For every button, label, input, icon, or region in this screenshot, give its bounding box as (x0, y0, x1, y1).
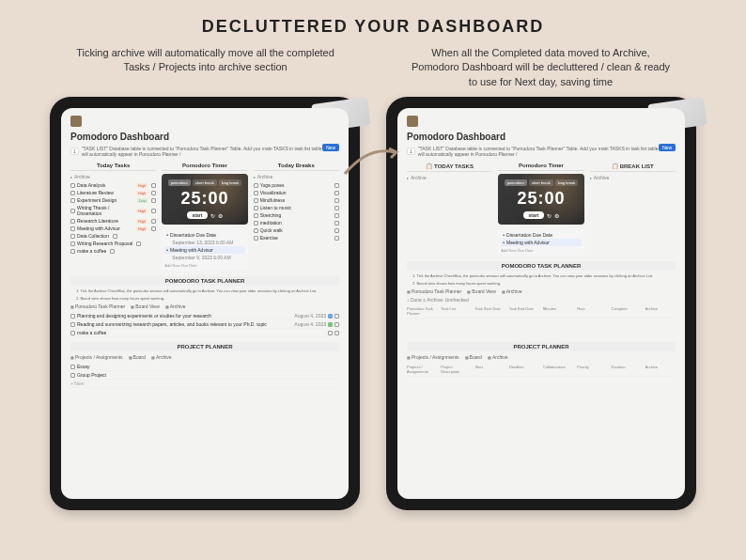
checkbox-icon[interactable] (70, 209, 75, 213)
timer-tab-short[interactable]: short break (529, 179, 553, 186)
checkbox-icon[interactable] (334, 236, 339, 241)
checkbox-icon[interactable] (334, 221, 339, 226)
break-item[interactable]: Yoga poses (254, 181, 339, 189)
checkbox-icon[interactable] (254, 198, 258, 203)
checkbox-icon[interactable] (254, 213, 258, 218)
planner-tab-main[interactable]: Pomodoro Task Planner (70, 303, 125, 309)
checkbox-icon[interactable] (70, 226, 75, 231)
checkbox-icon[interactable] (334, 191, 339, 195)
table-column-header[interactable]: Task List (441, 306, 471, 316)
planner-tab-board[interactable]: Board View (131, 303, 159, 309)
checkbox-icon[interactable] (151, 226, 156, 231)
due-item[interactable]: September 9, 2023 6:00 AM (164, 254, 244, 261)
break-item[interactable]: Visualization (254, 189, 339, 196)
planner-row[interactable]: Reading and summarizing research papers,… (70, 320, 339, 329)
timer-tab-short[interactable]: short break (193, 179, 217, 186)
table-column-header[interactable]: Archive (645, 365, 676, 374)
task-item[interactable]: Meeting with AdvisorHigh (70, 225, 156, 232)
project-tab-board[interactable]: Board (465, 354, 482, 360)
break-item[interactable]: Exercise (254, 234, 339, 241)
table-column-header[interactable]: Deadline (509, 365, 539, 374)
checkbox-icon[interactable] (110, 249, 115, 254)
archive-toggle[interactable]: Archive (407, 175, 492, 180)
planner-tab-main[interactable]: Pomodoro Task Planner (407, 288, 461, 294)
checkbox-icon[interactable] (70, 234, 75, 239)
table-column-header[interactable]: Start (475, 365, 505, 374)
checkbox-icon[interactable] (254, 236, 258, 241)
project-tab-archive[interactable]: Archive (151, 354, 172, 360)
checkbox-icon[interactable] (151, 198, 156, 203)
checkbox-icon[interactable] (70, 219, 75, 224)
checkbox-icon[interactable] (334, 213, 339, 218)
checkbox-icon[interactable] (70, 183, 75, 188)
break-item[interactable]: Quick walk (254, 226, 339, 234)
add-due-date[interactable]: Add New Due Date (501, 248, 581, 253)
settings-icon[interactable]: ⚙ (218, 212, 223, 219)
table-column-header[interactable]: Task Start Date (475, 306, 505, 316)
checkbox-icon[interactable] (70, 241, 75, 246)
archive-toggle[interactable]: Archive (254, 174, 339, 179)
timer-tab-pomodoro[interactable]: pomodoro (505, 179, 527, 186)
planner-tab-archive[interactable]: Archive (165, 303, 186, 309)
filter-label[interactable]: ↕ Done ≡ Archive: Unchecked (407, 297, 676, 303)
checkbox-icon[interactable] (113, 234, 117, 239)
task-item[interactable]: make a coffee (70, 247, 156, 255)
table-column-header[interactable]: Priority (577, 365, 607, 374)
project-row[interactable]: Group Project (70, 371, 339, 380)
task-item[interactable]: Experiment DesignLow (70, 196, 156, 204)
project-tab-main[interactable]: Projects / Assignments (70, 354, 123, 360)
checkbox-icon[interactable] (334, 183, 339, 188)
checkbox-icon[interactable] (334, 198, 339, 203)
table-column-header[interactable]: Minutes (543, 306, 573, 316)
checkbox-icon[interactable] (334, 206, 339, 210)
checkbox-icon[interactable] (70, 249, 75, 254)
new-button[interactable]: New (659, 144, 676, 151)
project-tab-main[interactable]: Projects / Assignments (407, 354, 459, 360)
archive-toggle[interactable]: Archive (70, 174, 156, 179)
table-column-header[interactable]: Project Description (441, 365, 471, 374)
checkbox-icon[interactable] (254, 206, 258, 210)
reset-icon[interactable]: ↻ (210, 212, 215, 219)
checkbox-icon[interactable] (70, 365, 75, 369)
break-item[interactable]: Listen to music (254, 204, 339, 211)
checkbox-icon[interactable] (334, 228, 339, 233)
task-item[interactable]: Research LiteratureHigh (70, 217, 156, 225)
planner-row[interactable]: Planning and designing experiments or st… (70, 312, 339, 320)
settings-icon[interactable]: ⚙ (554, 212, 559, 219)
start-button[interactable]: start (187, 211, 209, 219)
checkbox-icon[interactable] (70, 191, 75, 195)
planner-row[interactable]: make a coffee (70, 329, 339, 337)
task-item[interactable]: Literature ReviewHigh (70, 189, 156, 196)
new-row[interactable]: + New (70, 380, 339, 388)
checkbox-icon[interactable] (136, 241, 141, 246)
timer-tab-pomodoro[interactable]: pomodoro (168, 179, 191, 186)
timer-tab-long[interactable]: long break (555, 179, 579, 186)
checkbox-icon[interactable] (151, 219, 156, 224)
break-item[interactable]: meditation (254, 219, 339, 226)
project-tab-board[interactable]: Board (129, 354, 146, 360)
table-column-header[interactable]: Complete (612, 306, 642, 316)
task-item[interactable]: Writing Thesis / DissertationHigh (70, 204, 156, 217)
checkbox-icon[interactable] (70, 198, 75, 203)
checkbox-icon[interactable] (70, 373, 75, 378)
add-due-date[interactable]: Add New Due Date (164, 263, 244, 268)
due-item-highlighted[interactable]: • Meeting with Advisor (164, 246, 244, 254)
checkbox-icon[interactable] (70, 331, 75, 335)
status-square[interactable] (328, 331, 333, 335)
project-tab-archive[interactable]: Archive (488, 354, 508, 360)
table-column-header[interactable]: Pomodoro Task Planner (407, 306, 437, 316)
checkbox-icon[interactable] (254, 191, 258, 195)
break-item[interactable]: Mindfulness (254, 196, 339, 204)
table-column-header[interactable]: Task End Date (509, 306, 539, 316)
task-item[interactable]: Writing Research Proposal (70, 240, 156, 247)
checkbox-icon[interactable] (151, 191, 156, 195)
archive-square[interactable] (334, 322, 339, 327)
checkbox-icon[interactable] (70, 314, 75, 319)
archive-square[interactable] (334, 331, 339, 335)
reset-icon[interactable]: ↻ (547, 212, 552, 219)
table-column-header[interactable]: Projects / Assignments (407, 365, 437, 374)
due-item-highlighted[interactable]: • Meeting with Advisor (501, 239, 581, 246)
table-column-header[interactable]: Archive (645, 306, 676, 316)
due-item[interactable]: September 13, 2023 6:00 AM (164, 239, 244, 246)
checkbox-icon[interactable] (254, 228, 258, 233)
